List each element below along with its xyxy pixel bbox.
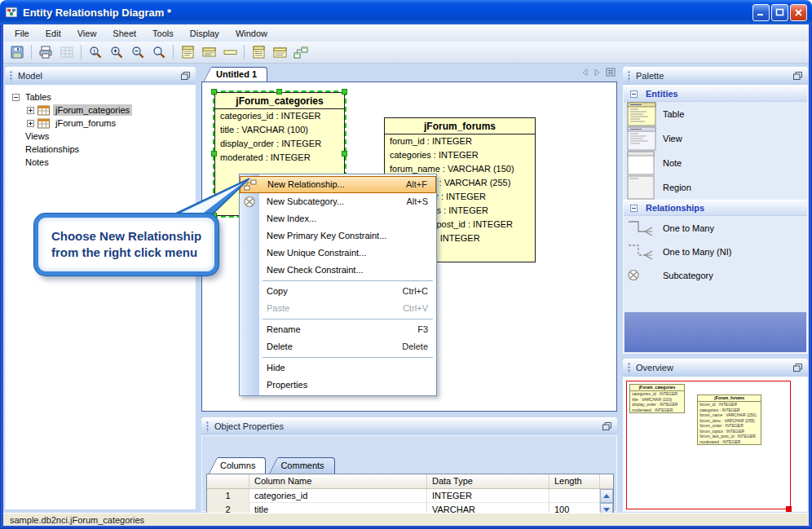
overview-viewport[interactable] (626, 381, 791, 509)
subcategory-icon (627, 269, 663, 281)
palette-section-relationships[interactable]: Relationships (624, 200, 807, 216)
selection-handle[interactable] (342, 89, 347, 95)
panel-grip-icon[interactable] (628, 363, 631, 373)
tab-list-icon[interactable] (606, 68, 616, 77)
maximize-icon[interactable] (771, 4, 788, 21)
float-panel-icon[interactable] (602, 421, 612, 431)
panel-grip-icon[interactable] (628, 71, 631, 82)
context-menu-item-new-primary-key-constraint[interactable]: New Primary Key Constraint... (240, 227, 436, 245)
tab-prev-icon[interactable] (581, 68, 589, 77)
title-bar[interactable]: Entity Relationship Diagram * (0, 0, 812, 24)
context-menu-item-hide[interactable]: Hide (240, 359, 436, 377)
view-compact-icon[interactable] (199, 43, 218, 61)
context-menu-item-rename[interactable]: RenameF3 (240, 321, 436, 338)
region-thumb-icon (627, 175, 663, 200)
show-columns-icon[interactable] (270, 43, 289, 61)
zoom-actual-icon[interactable]: 1 (86, 43, 105, 61)
menu-window[interactable]: Window (227, 26, 276, 41)
grid-icon[interactable] (57, 43, 77, 61)
overview-viewport-handle[interactable] (786, 506, 792, 512)
object-properties-header[interactable]: Object Properties (201, 417, 617, 435)
selection-handle[interactable] (342, 151, 347, 156)
grid-header-Data Type[interactable]: Data Type (427, 474, 549, 488)
selection-handle[interactable] (211, 151, 217, 156)
context-menu-shortcut: Ctrl+V (403, 300, 428, 317)
context-menu-item-delete[interactable]: DeleteDelete (240, 338, 436, 355)
context-menu-item-new-check-constraint[interactable]: New Check Constraint... (240, 262, 436, 279)
plus-expander-icon[interactable] (27, 120, 34, 127)
minimize-icon[interactable] (752, 4, 770, 21)
show-attributes-icon[interactable] (249, 43, 268, 61)
float-panel-icon[interactable] (792, 363, 803, 373)
one-to-many-icon (627, 218, 663, 239)
tab-comments[interactable]: Comments (279, 457, 334, 474)
context-menu-item-new-subcategory[interactable]: New Subcategory...Alt+S (240, 193, 436, 210)
scroll-up-icon[interactable] (600, 489, 613, 503)
menu-display[interactable]: Display (182, 26, 227, 41)
plus-expander-icon[interactable] (27, 107, 34, 114)
float-panel-icon[interactable] (180, 71, 191, 81)
tree-item-views[interactable]: Views (7, 130, 193, 143)
selection-handle[interactable] (276, 89, 282, 95)
palette-item-region[interactable]: Region (624, 175, 807, 200)
menu-file[interactable]: File (7, 26, 38, 41)
collapse-icon[interactable] (630, 90, 638, 98)
grid-cell[interactable]: INTEGER (427, 489, 549, 502)
palette-section-entities[interactable]: Entities (624, 86, 807, 102)
context-menu-item-new-relationship[interactable]: New Relationship...Alt+F (240, 176, 436, 193)
tree-item-relationships[interactable]: Relationships (7, 143, 193, 156)
menu-tools[interactable]: Tools (144, 26, 182, 41)
tab-untitled-1[interactable]: Untitled 1 (213, 67, 267, 82)
print-icon[interactable] (36, 43, 55, 61)
tab-columns[interactable]: Columns (218, 457, 266, 474)
minus-expander-icon[interactable] (12, 94, 20, 101)
selection-handle[interactable] (211, 89, 217, 95)
float-panel-icon[interactable] (792, 71, 803, 81)
zoom-in-icon[interactable] (107, 43, 126, 61)
panel-grip-icon[interactable] (10, 71, 13, 82)
tab-next-icon[interactable] (594, 68, 601, 77)
overview-panel-header[interactable]: Overview (623, 359, 808, 377)
palette-item-one-to-many-ni[interactable]: One to Many (NI) (624, 240, 807, 263)
grid-row[interactable]: 1categories_idINTEGER (207, 489, 613, 503)
palette-item-view[interactable]: View (624, 126, 807, 151)
grid-header-Column Name[interactable]: Column Name (249, 474, 427, 488)
grid-header-rownum[interactable] (207, 474, 249, 488)
context-menu-item-new-index[interactable]: New Index... (240, 210, 436, 227)
app-window: Entity Relationship Diagram * FileEditVi… (0, 0, 812, 529)
grid-cell[interactable]: categories_id (249, 489, 427, 502)
menu-edit[interactable]: Edit (38, 26, 69, 41)
tree-item-jforum_categories[interactable]: jForum_categories (7, 104, 193, 117)
view-minimal-icon[interactable] (220, 43, 240, 61)
palette-item-label: One to Many (663, 223, 714, 233)
menu-view[interactable]: View (69, 26, 105, 41)
save-icon[interactable] (7, 43, 27, 61)
menu-sheet[interactable]: Sheet (104, 26, 144, 41)
grid-cell[interactable] (549, 489, 600, 502)
tree-item-tables[interactable]: Tables (7, 90, 193, 104)
context-menu-item-new-unique-constraint[interactable]: New Unique Constraint... (240, 245, 436, 262)
panel-grip-icon[interactable] (206, 421, 210, 432)
tree-item-jforum_forums[interactable]: jForum_forums (7, 117, 193, 130)
close-icon[interactable] (790, 4, 807, 21)
auto-arrange-icon[interactable] (291, 43, 311, 61)
model-panel-header[interactable]: Model (5, 67, 196, 85)
toolbar-separator (81, 45, 82, 60)
zoom-out-icon[interactable] (128, 43, 148, 61)
view-detailed-icon[interactable] (178, 43, 197, 61)
palette-panel-header[interactable]: Palette (623, 67, 808, 85)
context-menu-item-properties[interactable]: Properties (240, 377, 436, 394)
palette-item-one-to-many[interactable]: One to Many (624, 216, 807, 240)
zoom-icon[interactable] (149, 43, 169, 61)
palette-item-note[interactable]: Note (624, 151, 807, 175)
palette-item-table[interactable]: Table (624, 102, 807, 126)
collapse-icon[interactable] (630, 205, 638, 212)
entity-column: categories : INTEGER (385, 148, 535, 162)
palette-item-subcategory[interactable]: Subcategory (624, 263, 807, 287)
grid-header-Length[interactable]: Length (549, 474, 600, 488)
context-menu-item-copy[interactable]: CopyCtrl+C (240, 283, 436, 300)
overview-panel: Overview jForum_categoriescategories_id … (623, 359, 808, 512)
diagram-canvas[interactable]: jForum_categoriescategories_id : INTEGER… (201, 82, 617, 412)
model-tree: TablesjForum_categoriesjForum_forumsView… (5, 85, 196, 509)
menu-bar: FileEditViewSheetToolsDisplayWindow (3, 24, 809, 42)
